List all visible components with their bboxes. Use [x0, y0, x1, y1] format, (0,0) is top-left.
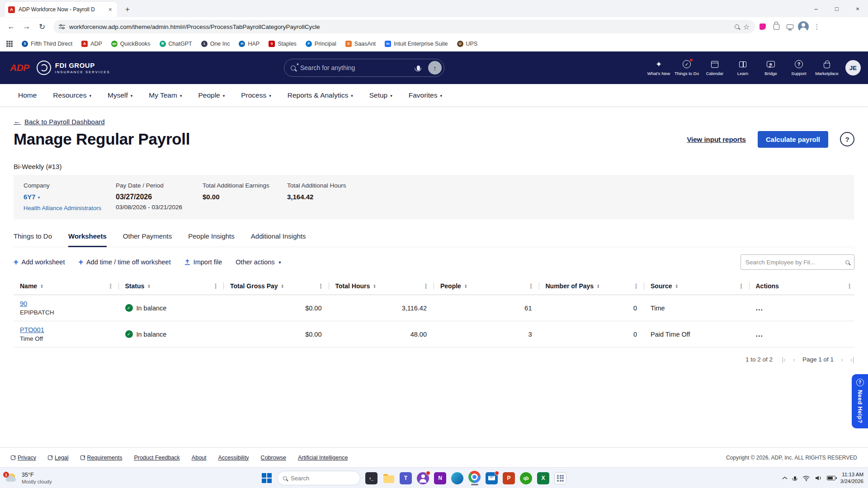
previous-page-button[interactable]: ‹ [793, 356, 795, 363]
powerpoint-app-icon[interactable]: P [503, 472, 515, 484]
apps-grid-icon[interactable] [6, 41, 13, 47]
help-icon[interactable]: ? [840, 132, 854, 146]
bookmark-item[interactable]: SSaasAnt [345, 41, 376, 47]
col-header-total-hours[interactable]: Total Hours▲▼⋮ [329, 282, 434, 290]
footer-link-artificial-intelligence[interactable]: Artificial Intelligence [298, 455, 348, 461]
nav-item-favorites[interactable]: Favorites▾ [409, 91, 442, 99]
nav-item-home[interactable]: Home [18, 91, 37, 99]
minimize-button[interactable]: – [806, 0, 826, 17]
close-button[interactable]: × [847, 0, 868, 17]
nav-item-setup[interactable]: Setup▾ [369, 91, 392, 99]
whats-new-button[interactable]: ✦ What's New [645, 60, 673, 76]
browser-tab[interactable]: A ADP Workforce Now - Payroll D × [5, 2, 118, 17]
adp-logo[interactable]: ADP [10, 62, 29, 73]
bookmark-item[interactable]: 1One Inc [201, 41, 230, 47]
view-input-reports-link[interactable]: View input reports [687, 136, 746, 143]
column-menu-icon[interactable]: ⋮ [211, 282, 221, 290]
bookmark-star-icon[interactable]: ☆ [743, 23, 750, 31]
wifi-icon[interactable] [802, 475, 810, 481]
tab-things-to-do[interactable]: Things to Do [14, 232, 52, 247]
pinned-extension-icon[interactable] [757, 21, 769, 33]
row-actions-button[interactable]: ... [756, 330, 763, 338]
onenote-app-icon[interactable]: N [434, 472, 446, 484]
tray-chevron-icon[interactable] [782, 476, 788, 480]
quickbooks-app-icon[interactable]: qb [520, 472, 532, 484]
nav-item-reports-analytics[interactable]: Reports & Analytics▾ [288, 91, 353, 99]
bookmark-item[interactable]: PPrincipal [306, 41, 336, 47]
company-code-link[interactable]: 6Y7▾ [24, 193, 40, 201]
employee-search-field[interactable] [741, 254, 854, 270]
zoom-icon[interactable] [735, 24, 739, 29]
sort-icon[interactable]: ▲▼ [40, 284, 43, 288]
nav-item-my-team[interactable]: My Team▾ [149, 91, 182, 99]
nav-item-myself[interactable]: Myself▾ [108, 91, 132, 99]
tab-people-insights[interactable]: People Insights [188, 232, 235, 247]
footer-link-privacy[interactable]: Privacy [11, 455, 36, 461]
company-name-link[interactable]: Health Alliance Administrators [24, 205, 116, 211]
search-submit-button[interactable]: ↑ [428, 61, 442, 75]
sort-icon[interactable]: ▲▼ [373, 284, 376, 288]
bridge-button[interactable]: B Bridge [757, 60, 785, 76]
column-menu-icon[interactable]: ⋮ [631, 282, 641, 290]
excel-app-icon[interactable]: X [537, 472, 549, 484]
mic-tray-icon[interactable] [794, 476, 796, 480]
user-avatar[interactable]: JE [845, 60, 861, 75]
marketplace-button[interactable]: Marketplace [813, 60, 841, 76]
tab-additional-insights[interactable]: Additional Insights [251, 232, 306, 247]
extensions-icon[interactable] [770, 21, 782, 33]
people-app-icon[interactable] [417, 472, 429, 484]
col-header-name[interactable]: Name▲▼⋮ [14, 282, 119, 290]
weather-widget[interactable]: 1 35°F Mostly cloudy [5, 468, 52, 488]
employee-search-input[interactable] [745, 259, 842, 266]
column-menu-icon[interactable]: ⋮ [844, 282, 854, 290]
mail-app-icon[interactable] [486, 472, 498, 484]
things-to-do-button[interactable]: ✓ Things to Do [673, 60, 701, 76]
bookmark-item[interactable]: 5Fifth Third Direct [22, 41, 72, 47]
next-page-button[interactable]: › [841, 356, 843, 363]
sort-icon[interactable]: ▲▼ [597, 284, 599, 288]
footer-link-cobrowse[interactable]: Cobrowse [261, 455, 286, 461]
col-header-total-gross-pay[interactable]: Total Gross Pay▲▼⋮ [224, 282, 329, 290]
taskbar-clock[interactable]: 11:13 AM 3/24/2026 [840, 471, 863, 485]
new-tab-button[interactable]: + [121, 3, 134, 16]
row-actions-button[interactable]: ... [756, 304, 763, 312]
tab-worksheets[interactable]: Worksheets [68, 232, 107, 247]
calendar-button[interactable]: Calendar [701, 60, 729, 76]
column-menu-icon[interactable]: ⋮ [526, 282, 536, 290]
start-button[interactable] [261, 473, 272, 483]
terminal-app-icon[interactable]: ›_ [365, 472, 377, 484]
col-header-status[interactable]: Status▲▼⋮ [119, 282, 224, 290]
first-page-button[interactable]: |‹ [782, 356, 786, 363]
reload-button[interactable]: ↻ [35, 20, 49, 33]
browser-menu-icon[interactable]: ⋮ [811, 21, 823, 33]
url-input[interactable] [69, 23, 731, 30]
back-to-dashboard-link[interactable]: ← Back to Payroll Dashboard [14, 117, 105, 126]
import-file-button[interactable]: Import file [184, 258, 222, 266]
other-actions-button[interactable]: Other actions▾ [236, 258, 281, 266]
learn-button[interactable]: Learn [729, 60, 757, 76]
site-settings-icon[interactable] [59, 24, 65, 29]
footer-link-product-feedback[interactable]: Product Feedback [134, 455, 179, 461]
col-header-people[interactable]: People▲▼⋮ [434, 282, 539, 290]
sort-icon[interactable]: ▲▼ [464, 284, 467, 288]
column-menu-icon[interactable]: ⋮ [106, 282, 116, 290]
footer-link-legal[interactable]: Legal [48, 455, 69, 461]
taskbar-search-input[interactable] [291, 475, 345, 482]
global-search-bar[interactable]: ✦ ↑ [284, 59, 444, 77]
need-help-button[interactable]: ? Need Help? [852, 374, 868, 428]
back-button[interactable]: ← [5, 20, 18, 33]
nav-item-resources[interactable]: Resources▾ [53, 91, 91, 99]
col-header-source[interactable]: Source▲▼⋮ [644, 282, 750, 290]
add-time-worksheet-button[interactable]: +Add time / time off worksheet [78, 258, 170, 266]
sort-icon[interactable]: ▲▼ [281, 284, 284, 288]
bookmark-item[interactable]: ⌘ChatGPT [160, 41, 192, 47]
bookmark-item[interactable]: AADP [81, 41, 102, 47]
footer-link-requirements[interactable]: Requirements [80, 455, 123, 461]
column-menu-icon[interactable]: ⋮ [736, 282, 746, 290]
sort-icon[interactable]: ▲▼ [675, 284, 678, 288]
taskbar-search[interactable] [277, 471, 360, 485]
calculate-payroll-button[interactable]: Calculate payroll [758, 131, 828, 148]
battery-icon[interactable] [827, 476, 835, 480]
last-page-button[interactable]: ›| [850, 356, 854, 363]
maximize-button[interactable]: □ [826, 0, 847, 17]
